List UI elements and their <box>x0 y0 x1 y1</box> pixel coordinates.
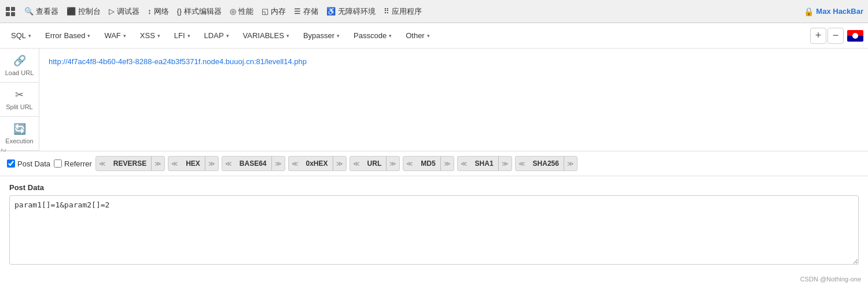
menu-item-passcode[interactable]: Passcode▾ <box>347 27 398 45</box>
browser-logo-icon <box>5 6 16 17</box>
toolbar-item-存储[interactable]: ☰存储 <box>290 5 322 18</box>
menu-item-variables[interactable]: VARIABLES▾ <box>237 27 296 45</box>
referrer-checkbox-item[interactable]: Referrer <box>54 159 92 168</box>
svg-rect-2 <box>6 12 10 16</box>
encode-btn-md5[interactable]: ≪ MD5 ≫ <box>403 156 454 171</box>
menu-bar: SQL▾Error Based▾WAF▾XSS▾LFI▾LDAP▾VARIABL… <box>0 23 868 49</box>
execution-button[interactable]: 🔄 Execution <box>0 117 39 151</box>
toolbar-item-应用程序[interactable]: ⠿应用程序 <box>380 5 425 18</box>
menu-item-waf[interactable]: WAF▾ <box>98 27 132 45</box>
referrer-checkbox[interactable] <box>54 159 62 168</box>
toolbar-item-控制台[interactable]: ⬛控制台 <box>63 5 104 18</box>
remove-menu-button[interactable]: − <box>827 28 844 44</box>
toolbar-item-样式编辑器[interactable]: {}样式编辑器 <box>174 5 226 18</box>
postdata-section: Post Data <box>0 176 868 273</box>
menu-item-lfi[interactable]: LFI▾ <box>168 27 197 45</box>
postdata-input[interactable] <box>9 195 859 265</box>
toolbar-item-查看器[interactable]: 🔍查看器 <box>21 5 62 18</box>
scissors-icon: ✂ <box>15 88 24 101</box>
add-menu-button[interactable]: + <box>810 28 826 44</box>
action-panel: 🔗 Load URL ✂ Split URL 🔄 Execution http:… <box>0 49 868 151</box>
menu-item-xss[interactable]: XSS▾ <box>134 27 167 45</box>
menu-item-sql[interactable]: SQL▾ <box>5 27 38 45</box>
encode-btn-reverse[interactable]: ≪ REVERSE ≫ <box>95 156 165 171</box>
main-content: SQL▾Error Based▾WAF▾XSS▾LFI▾LDAP▾VARIABL… <box>0 23 868 297</box>
link-icon: 🔗 <box>13 54 26 67</box>
post-data-checkbox-item[interactable]: Post Data <box>7 159 50 168</box>
svg-rect-0 <box>6 7 10 11</box>
encode-btn-0xhex[interactable]: ≪ 0xHEX ≫ <box>288 156 347 171</box>
toolbar-item-调试器[interactable]: ▷调试器 <box>105 5 143 18</box>
menu-item-error-based[interactable]: Error Based▾ <box>39 27 97 45</box>
toolbar-item-网络[interactable]: ↕网络 <box>144 5 172 18</box>
menu-item-other[interactable]: Other▾ <box>399 27 436 45</box>
left-edge-number: 2 <box>0 148 7 152</box>
url-content: http://4f7ac4f8-4b60-4ef3-8288-ea24b3f53… <box>39 49 868 151</box>
encode-bar: Post Data Referrer ≪ REVERSE ≫ ≪ HEX ≫ ≪… <box>0 151 868 176</box>
svg-rect-3 <box>11 12 15 16</box>
load-url-button[interactable]: 🔗 Load URL <box>0 49 39 83</box>
encode-btn-sha1[interactable]: ≪ SHA1 ≫ <box>457 156 512 171</box>
post-data-checkbox[interactable] <box>7 159 15 168</box>
toolbar-item-无障碍环境[interactable]: ♿无障碍环境 <box>323 5 379 18</box>
browser-toolbar: 🔍查看器⬛控制台▷调试器↕网络{}样式编辑器◎性能◱内存☰存储♿无障碍环境⠿应用… <box>0 0 868 23</box>
split-url-button[interactable]: ✂ Split URL <box>0 83 39 117</box>
toolbar-item-内存[interactable]: ◱内存 <box>258 5 289 18</box>
encode-btn-sha256[interactable]: ≪ SHA256 ≫ <box>515 156 578 171</box>
hackbar-title: 🔒 Max HackBar <box>804 7 863 16</box>
footer-watermark: CSDN @Nothing-one <box>0 273 868 285</box>
url-display: http://4f7ac4f8-4b60-4ef3-8288-ea24b3f53… <box>46 53 861 70</box>
encode-btn-hex[interactable]: ≪ HEX ≫ <box>168 156 219 171</box>
action-sidebar: 🔗 Load URL ✂ Split URL 🔄 Execution <box>0 49 39 151</box>
menu-item-bypasser[interactable]: Bypasser▾ <box>297 27 346 45</box>
flag-icon <box>847 30 863 42</box>
lock-icon: 🔒 <box>804 7 814 16</box>
refresh-icon: 🔄 <box>13 122 26 135</box>
encode-btn-url[interactable]: ≪ URL ≫ <box>350 156 400 171</box>
postdata-label: Post Data <box>9 183 859 192</box>
toolbar-item-性能[interactable]: ◎性能 <box>226 5 257 18</box>
svg-rect-1 <box>11 7 15 11</box>
encode-btn-base64[interactable]: ≪ BASE64 ≫ <box>222 156 285 171</box>
menu-item-ldap[interactable]: LDAP▾ <box>198 27 236 45</box>
